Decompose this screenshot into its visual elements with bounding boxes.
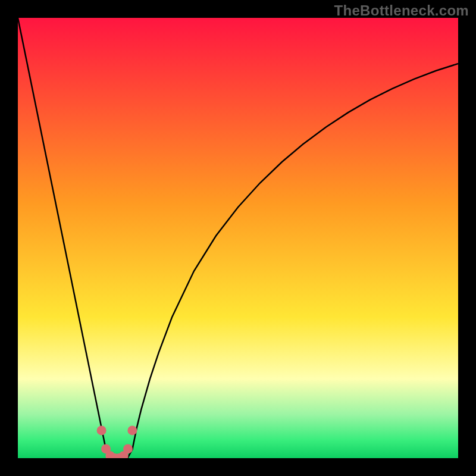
optimal-dot <box>123 444 133 453</box>
chart-background <box>18 18 458 458</box>
optimal-dot <box>97 425 107 435</box>
chart-frame: TheBottleneck.com <box>0 0 476 476</box>
bottleneck-chart <box>18 18 458 458</box>
watermark-text: TheBottleneck.com <box>334 2 469 19</box>
optimal-dot <box>127 425 137 435</box>
